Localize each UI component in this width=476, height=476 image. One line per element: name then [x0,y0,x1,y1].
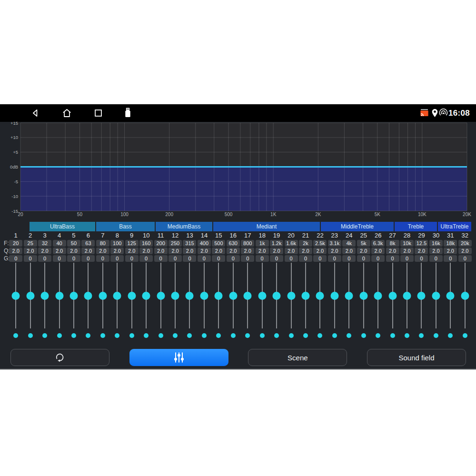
band-group-ultrabass[interactable]: UltraBass [30,222,95,231]
q-factor-chip: 2.0 [371,248,385,254]
band-group-mediumbass[interactable]: MediumBass [156,222,212,231]
screen-cast-indicator[interactable] [419,108,429,118]
home-button[interactable] [61,107,73,119]
recents-icon [92,107,104,119]
slider-knob[interactable] [186,292,194,300]
slider-knob[interactable] [215,292,223,300]
band-slider[interactable] [96,263,110,328]
slider-knob[interactable] [388,292,397,300]
band-number: 6 [81,232,95,239]
band-slider[interactable] [443,263,457,328]
equalizer-button[interactable] [129,349,228,366]
band-slider[interactable] [110,263,124,328]
slider-knob[interactable] [359,292,367,300]
band-slider[interactable] [342,263,356,328]
sound-field-button[interactable]: Sound field [367,349,466,366]
band-slider[interactable] [168,263,182,328]
recents-button[interactable] [92,107,104,119]
band-slider[interactable] [400,263,414,328]
band-slider[interactable] [125,263,139,328]
hotspot-indicator[interactable] [438,108,448,118]
band-slider[interactable] [139,263,153,328]
band-slider[interactable] [197,263,211,328]
band-slider[interactable] [458,263,472,328]
slider-knob[interactable] [330,292,338,300]
band-slider[interactable] [414,263,428,328]
slider-dot-cell [81,333,95,338]
slider-knob[interactable] [301,292,309,300]
slider-knob[interactable] [461,292,469,300]
slider-knob[interactable] [12,292,20,300]
band-slider[interactable] [284,263,298,328]
band-slider[interactable] [429,263,443,328]
slider-knob[interactable] [446,292,455,300]
slider-knob[interactable] [142,292,150,300]
back-button[interactable] [30,107,41,119]
slider-knob[interactable] [69,292,78,300]
band-group-middletreble[interactable]: MiddleTreble [321,222,394,231]
band-slider[interactable] [211,263,226,328]
slider-dot [245,333,250,338]
slider-knob[interactable] [171,292,179,300]
band-slider[interactable] [81,263,95,328]
q-factor-row: 2.02.02.02.02.02.02.02.02.02.02.02.02.02… [9,248,472,255]
slider-knob[interactable] [157,292,165,300]
band-group-ultratreble[interactable]: UltraTreble [438,222,471,231]
band-slider[interactable] [269,263,284,328]
slider-knob[interactable] [345,292,353,300]
slider-knob[interactable] [55,292,63,300]
slider-knob[interactable] [229,292,237,300]
slider-dot-cell [182,333,197,338]
reset-button[interactable] [10,349,109,366]
slider-knob[interactable] [41,292,49,300]
slider-knob[interactable] [84,292,92,300]
band-slider[interactable] [52,263,66,328]
band-slider[interactable] [153,263,168,328]
slider-knob[interactable] [432,292,440,300]
band-slider[interactable] [255,263,269,328]
band-slider[interactable] [9,263,23,328]
band-slider[interactable] [371,263,385,328]
screen-cast-icon [419,108,429,118]
band-slider[interactable] [226,263,240,328]
band-number: 29 [414,232,428,239]
band-number: 15 [211,232,226,239]
band-slider[interactable] [327,263,342,328]
slider-knob[interactable] [113,292,121,300]
band-slider[interactable] [67,263,81,328]
band-group-bass[interactable]: Bass [96,222,155,231]
slider-dot [173,333,178,338]
q-factor-chip: 2.0 [458,248,472,254]
slider-knob[interactable] [417,292,426,300]
slider-knob[interactable] [26,292,34,300]
gain-chip: 0 [415,255,428,262]
slider-knob[interactable] [273,292,281,300]
slider-knob[interactable] [258,292,266,300]
band-slider[interactable] [357,263,371,328]
slider-knob[interactable] [99,292,107,300]
band-slider[interactable] [38,263,52,328]
slider-knob[interactable] [287,292,295,300]
band-slider[interactable] [23,263,37,328]
slider-knob[interactable] [244,292,252,300]
band-slider[interactable] [313,263,327,328]
band-group-mediant[interactable]: Mediant [213,222,320,231]
scene-button[interactable]: Scene [248,349,347,366]
slider-knob[interactable] [374,292,382,300]
slider-knob[interactable] [316,292,324,300]
slider-knob[interactable] [403,292,411,300]
slider-dot [419,333,424,338]
band-number: 11 [153,232,168,239]
band-slider[interactable] [385,263,399,328]
slider-knob[interactable] [128,292,136,300]
frequency-chip: 3.1k [328,240,341,247]
band-slider[interactable] [240,263,255,328]
band-slider[interactable] [298,263,313,328]
slider-knob[interactable] [200,292,208,300]
band-group-treble[interactable]: Treble [395,222,437,231]
usb-device-button[interactable] [122,107,134,119]
slider-dot [289,333,294,338]
band-slider[interactable] [182,263,197,328]
gain-chip: 0 [38,255,51,262]
slider-dot [216,333,221,338]
